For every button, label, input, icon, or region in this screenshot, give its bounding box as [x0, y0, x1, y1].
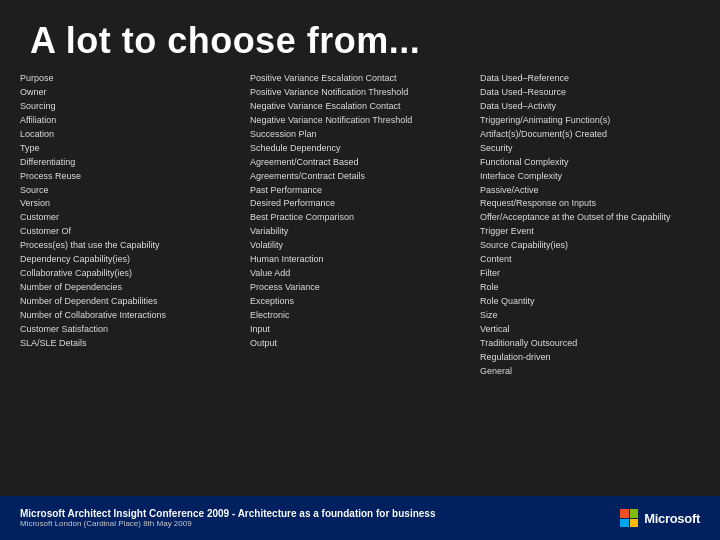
- ms-blue-square: [620, 519, 629, 528]
- content-area: PurposeOwnerSourcingAffiliationLocationT…: [0, 72, 720, 496]
- list-item: Desired Performance: [250, 197, 470, 211]
- list-item: Number of Dependent Capabilities: [20, 295, 240, 309]
- column-1-list: PurposeOwnerSourcingAffiliationLocationT…: [20, 72, 240, 351]
- list-item: Number of Collaborative Interactions: [20, 309, 240, 323]
- list-item: Best Practice Comparison: [250, 211, 470, 225]
- list-item: Purpose: [20, 72, 240, 86]
- list-item: Variability: [250, 225, 470, 239]
- list-item: Negative Variance Escalation Contact: [250, 100, 470, 114]
- list-item: Version: [20, 197, 240, 211]
- title-area: A lot to choose from...: [0, 0, 720, 72]
- conference-title: Microsoft Architect Insight Conference 2…: [20, 508, 435, 519]
- ms-red-square: [620, 509, 629, 518]
- list-item: Customer Satisfaction: [20, 323, 240, 337]
- ms-yellow-square: [630, 519, 639, 528]
- list-item: Vertical: [480, 323, 700, 337]
- list-item: Passive/Active: [480, 184, 700, 198]
- conference-location: Microsoft London (Cardinal Place) 8th Ma…: [20, 519, 435, 528]
- list-item: Size: [480, 309, 700, 323]
- list-item: Positive Variance Notification Threshold: [250, 86, 470, 100]
- ms-grid-icon: [620, 509, 638, 527]
- list-item: SLA/SLE Details: [20, 337, 240, 351]
- column-2-list: Positive Variance Escalation ContactPosi…: [250, 72, 470, 351]
- list-item: Triggering/Animating Function(s): [480, 114, 700, 128]
- list-item: Differentiating: [20, 156, 240, 170]
- list-item: Input: [250, 323, 470, 337]
- list-item: Role: [480, 281, 700, 295]
- list-item: Succession Plan: [250, 128, 470, 142]
- list-item: Customer: [20, 211, 240, 225]
- footer-left: Microsoft Architect Insight Conference 2…: [20, 508, 435, 528]
- list-item: Location: [20, 128, 240, 142]
- list-item: Exceptions: [250, 295, 470, 309]
- list-item: Request/Response on Inputs: [480, 197, 700, 211]
- list-item: Schedule Dependency: [250, 142, 470, 156]
- list-item: Process Reuse: [20, 170, 240, 184]
- slide: A lot to choose from... PurposeOwnerSour…: [0, 0, 720, 540]
- list-item: Agreements/Contract Details: [250, 170, 470, 184]
- list-item: Role Quantity: [480, 295, 700, 309]
- list-item: Positive Variance Escalation Contact: [250, 72, 470, 86]
- column-3-list: Data Used–ReferenceData Used–ResourceDat…: [480, 72, 700, 379]
- list-item: Artifact(s)/Document(s) Created: [480, 128, 700, 142]
- slide-title: A lot to choose from...: [30, 20, 690, 62]
- list-item: Value Add: [250, 267, 470, 281]
- footer: Microsoft Architect Insight Conference 2…: [0, 496, 720, 540]
- list-item: Process(es) that use the Capability: [20, 239, 240, 253]
- list-item: Affiliation: [20, 114, 240, 128]
- list-item: Content: [480, 253, 700, 267]
- column-1: PurposeOwnerSourcingAffiliationLocationT…: [20, 72, 240, 496]
- list-item: Process Variance: [250, 281, 470, 295]
- list-item: Data Used–Reference: [480, 72, 700, 86]
- list-item: Sourcing: [20, 100, 240, 114]
- list-item: Collaborative Capability(ies): [20, 267, 240, 281]
- list-item: General: [480, 365, 700, 379]
- microsoft-text: Microsoft: [644, 511, 700, 526]
- list-item: Volatility: [250, 239, 470, 253]
- list-item: Source Capability(ies): [480, 239, 700, 253]
- list-item: Type: [20, 142, 240, 156]
- list-item: Owner: [20, 86, 240, 100]
- list-item: Functional Complexity: [480, 156, 700, 170]
- list-item: Data Used–Resource: [480, 86, 700, 100]
- list-item: Dependency Capability(ies): [20, 253, 240, 267]
- list-item: Agreement/Contract Based: [250, 156, 470, 170]
- list-item: Number of Dependencies: [20, 281, 240, 295]
- column-3: Data Used–ReferenceData Used–ResourceDat…: [480, 72, 700, 496]
- column-2: Positive Variance Escalation ContactPosi…: [250, 72, 470, 496]
- list-item: Offer/Acceptance at the Outset of the Ca…: [480, 211, 700, 225]
- list-item: Customer Of: [20, 225, 240, 239]
- microsoft-logo: Microsoft: [620, 509, 700, 527]
- list-item: Data Used–Activity: [480, 100, 700, 114]
- ms-green-square: [630, 509, 639, 518]
- list-item: Human Interaction: [250, 253, 470, 267]
- list-item: Source: [20, 184, 240, 198]
- list-item: Output: [250, 337, 470, 351]
- list-item: Negative Variance Notification Threshold: [250, 114, 470, 128]
- list-item: Past Performance: [250, 184, 470, 198]
- list-item: Electronic: [250, 309, 470, 323]
- list-item: Traditionally Outsourced: [480, 337, 700, 351]
- list-item: Security: [480, 142, 700, 156]
- list-item: Regulation-driven: [480, 351, 700, 365]
- list-item: Filter: [480, 267, 700, 281]
- list-item: Interface Complexity: [480, 170, 700, 184]
- list-item: Trigger Event: [480, 225, 700, 239]
